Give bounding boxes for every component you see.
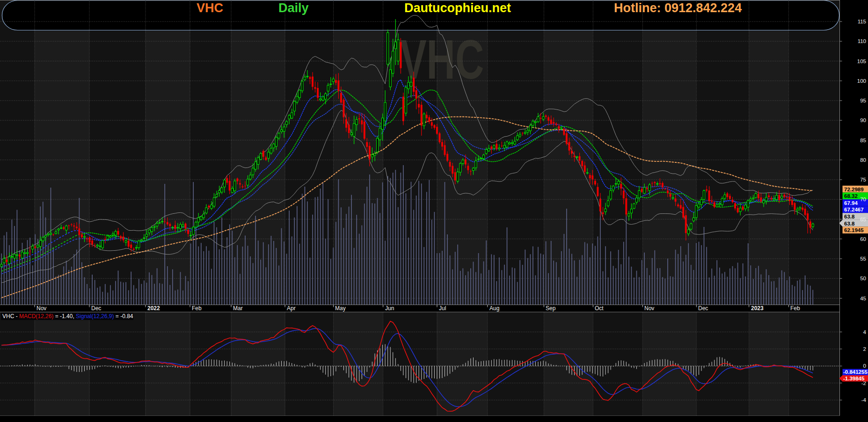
svg-text:Daily: Daily <box>278 1 309 15</box>
svg-text:65: 65 <box>860 217 866 222</box>
svg-text:Feb: Feb <box>790 305 800 312</box>
svg-text:2023: 2023 <box>751 305 764 312</box>
svg-text:Aug: Aug <box>489 305 499 312</box>
svg-text:80: 80 <box>860 157 866 163</box>
svg-text:Dec: Dec <box>91 305 101 312</box>
svg-text:VHC: VHC <box>197 1 223 15</box>
svg-text:-1.39845: -1.39845 <box>843 376 865 381</box>
svg-text:Sep: Sep <box>546 305 556 312</box>
svg-text:55: 55 <box>860 256 866 262</box>
svg-text:VHC - MACD(12,26) = -1.40, Sig: VHC - MACD(12,26) = -1.40, Signal(12,26,… <box>2 313 133 320</box>
svg-text:50: 50 <box>860 276 866 281</box>
svg-text:-0.841255: -0.841255 <box>843 369 868 375</box>
svg-text:May: May <box>335 305 346 312</box>
svg-text:Mar: Mar <box>233 305 243 312</box>
svg-text:85: 85 <box>860 138 866 143</box>
svg-text:95: 95 <box>860 98 866 103</box>
svg-text:Nov: Nov <box>644 305 654 312</box>
svg-text:Dec: Dec <box>698 305 708 312</box>
svg-text:105: 105 <box>857 58 866 64</box>
svg-text:Dautucophieu.net: Dautucophieu.net <box>404 1 511 15</box>
svg-text:67.2467: 67.2467 <box>844 207 864 212</box>
svg-text:2022: 2022 <box>147 305 160 312</box>
svg-text:2: 2 <box>863 346 866 352</box>
svg-text:67.94: 67.94 <box>844 200 858 206</box>
svg-text:63.8: 63.8 <box>844 221 855 226</box>
svg-text:Feb: Feb <box>192 305 202 312</box>
svg-text:115: 115 <box>858 19 866 24</box>
svg-text:110: 110 <box>858 38 866 44</box>
svg-text:60: 60 <box>860 236 866 242</box>
svg-text:63.8: 63.8 <box>844 214 855 219</box>
svg-text:Oct: Oct <box>595 305 604 312</box>
svg-text:0: 0 <box>863 363 866 369</box>
svg-text:70: 70 <box>860 196 866 202</box>
svg-text:72.2989: 72.2989 <box>844 187 864 192</box>
svg-text:-4: -4 <box>861 397 867 403</box>
svg-text:VHC: VHC <box>400 29 484 90</box>
svg-text:62.1945: 62.1945 <box>844 227 864 233</box>
svg-text:Hotline: 0912.842.224: Hotline: 0912.842.224 <box>614 1 742 15</box>
svg-text:4: 4 <box>863 329 867 335</box>
svg-text:90: 90 <box>860 117 866 123</box>
svg-text:Jul: Jul <box>439 305 446 312</box>
svg-text:75: 75 <box>860 177 866 182</box>
svg-text:100: 100 <box>857 78 866 84</box>
svg-text:68.32: 68.32 <box>844 193 858 199</box>
svg-text:Nov: Nov <box>36 305 46 312</box>
svg-text:Jun: Jun <box>385 305 394 312</box>
svg-text:Apr: Apr <box>287 305 296 312</box>
svg-text:45: 45 <box>860 296 866 301</box>
